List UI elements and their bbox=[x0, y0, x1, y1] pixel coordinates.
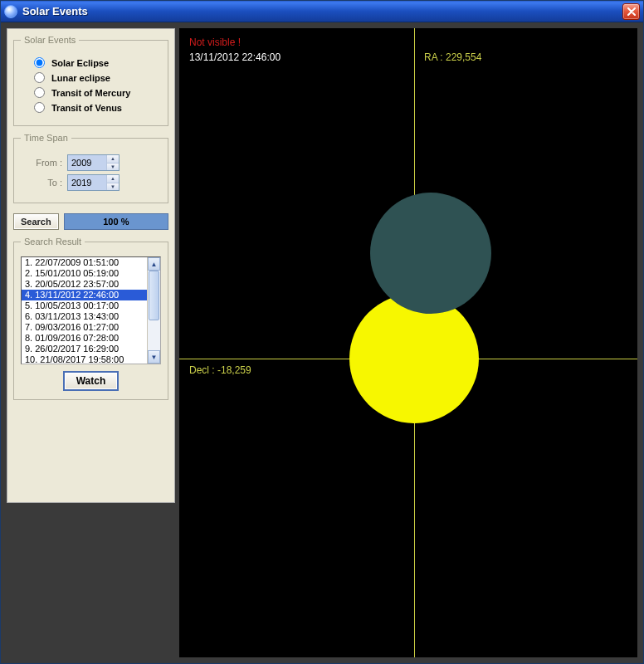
from-row: From : ▲ ▼ bbox=[22, 154, 159, 171]
radio-solar-eclipse-label: Solar Eclipse bbox=[51, 58, 109, 68]
result-row[interactable]: 10. 21/08/2017 19:58:00 bbox=[22, 354, 160, 364]
result-row[interactable]: 6. 03/11/2013 13:43:00 bbox=[22, 311, 160, 322]
time-span-group: Time Span From : ▲ ▼ To : bbox=[13, 133, 168, 203]
sidebar: Solar Events Solar Eclipse Lunar eclipse… bbox=[7, 28, 175, 503]
result-row[interactable]: 1. 22/07/2009 01:51:00 bbox=[22, 257, 160, 268]
results-list[interactable]: 1. 22/07/2009 01:51:002. 15/01/2010 05:1… bbox=[21, 256, 161, 364]
decl-label: Decl : -18,259 bbox=[189, 364, 251, 376]
solar-events-legend: Solar Events bbox=[21, 35, 79, 45]
radio-transit-venus-label: Transit of Venus bbox=[51, 103, 122, 113]
from-input[interactable] bbox=[68, 155, 106, 170]
watch-button[interactable]: Watch bbox=[63, 371, 120, 391]
from-label: From : bbox=[22, 158, 67, 168]
ra-label: RA : 229,554 bbox=[424, 51, 481, 63]
time-span-legend: Time Span bbox=[21, 133, 71, 143]
search-result-group: Search Result 1. 22/07/2009 01:51:002. 1… bbox=[13, 237, 168, 400]
titlebar[interactable]: Solar Events bbox=[1, 1, 643, 22]
radio-transit-venus-input[interactable] bbox=[34, 102, 45, 113]
client-area: Solar Events Solar Eclipse Lunar eclipse… bbox=[1, 22, 643, 663]
results-scrollbar[interactable]: ▲ ▼ bbox=[147, 257, 160, 364]
scroll-thumb[interactable] bbox=[149, 271, 159, 320]
viewport[interactable]: Not visible ! 13/11/2012 22:46:00 RA : 2… bbox=[179, 28, 637, 657]
visibility-status: Not visible ! bbox=[189, 37, 241, 48]
scroll-track[interactable] bbox=[148, 271, 160, 350]
result-row[interactable]: 5. 10/05/2013 00:17:00 bbox=[22, 300, 160, 311]
radio-transit-mercury-label: Transit of Mercury bbox=[51, 88, 130, 98]
app-icon bbox=[4, 5, 17, 18]
search-button[interactable]: Search bbox=[13, 213, 59, 230]
radio-transit-mercury[interactable]: Transit of Mercury bbox=[24, 87, 158, 98]
close-button[interactable] bbox=[622, 3, 640, 20]
from-spinner[interactable]: ▲ ▼ bbox=[67, 154, 120, 171]
to-spin-down[interactable]: ▼ bbox=[107, 183, 119, 191]
result-row[interactable]: 2. 15/01/2010 05:19:00 bbox=[22, 268, 160, 279]
from-spin-buttons[interactable]: ▲ ▼ bbox=[106, 155, 119, 170]
radio-lunar-eclipse-label: Lunar eclipse bbox=[51, 73, 110, 83]
radio-lunar-eclipse-input[interactable] bbox=[34, 72, 45, 83]
progress-bar: 100 % bbox=[64, 213, 168, 230]
to-row: To : ▲ ▼ bbox=[22, 174, 159, 191]
window-title: Solar Events bbox=[22, 5, 622, 17]
window: Solar Events Solar Events Solar Eclipse … bbox=[0, 0, 644, 664]
result-row[interactable]: 4. 13/11/2012 22:46:00 bbox=[22, 290, 160, 300]
to-spinner[interactable]: ▲ ▼ bbox=[67, 174, 120, 191]
radio-transit-venus[interactable]: Transit of Venus bbox=[24, 102, 158, 113]
radio-solar-eclipse[interactable]: Solar Eclipse bbox=[24, 57, 158, 68]
datetime-label: 13/11/2012 22:46:00 bbox=[189, 51, 281, 63]
from-spin-up[interactable]: ▲ bbox=[107, 155, 119, 164]
scroll-down-button[interactable]: ▼ bbox=[148, 350, 160, 364]
to-spin-buttons[interactable]: ▲ ▼ bbox=[106, 175, 119, 190]
from-spin-down[interactable]: ▼ bbox=[107, 164, 119, 171]
to-label: To : bbox=[22, 178, 67, 188]
result-row[interactable]: 3. 20/05/2012 23:57:00 bbox=[22, 279, 160, 290]
radio-lunar-eclipse[interactable]: Lunar eclipse bbox=[24, 72, 158, 83]
search-result-legend: Search Result bbox=[21, 237, 85, 247]
radio-transit-mercury-input[interactable] bbox=[34, 87, 45, 98]
to-spin-up[interactable]: ▲ bbox=[107, 175, 119, 183]
radio-solar-eclipse-input[interactable] bbox=[34, 57, 45, 68]
sun-disc bbox=[349, 294, 479, 423]
moon-disc bbox=[370, 193, 491, 314]
close-icon bbox=[627, 7, 636, 16]
result-row[interactable]: 9. 26/02/2017 16:29:00 bbox=[22, 344, 160, 354]
search-row: Search 100 % bbox=[13, 213, 168, 230]
to-input[interactable] bbox=[68, 175, 106, 190]
solar-events-group: Solar Events Solar Eclipse Lunar eclipse… bbox=[13, 35, 168, 126]
result-row[interactable]: 8. 01/09/2016 07:28:00 bbox=[22, 333, 160, 344]
scroll-up-button[interactable]: ▲ bbox=[148, 257, 160, 271]
result-row[interactable]: 7. 09/03/2016 01:27:00 bbox=[22, 322, 160, 333]
